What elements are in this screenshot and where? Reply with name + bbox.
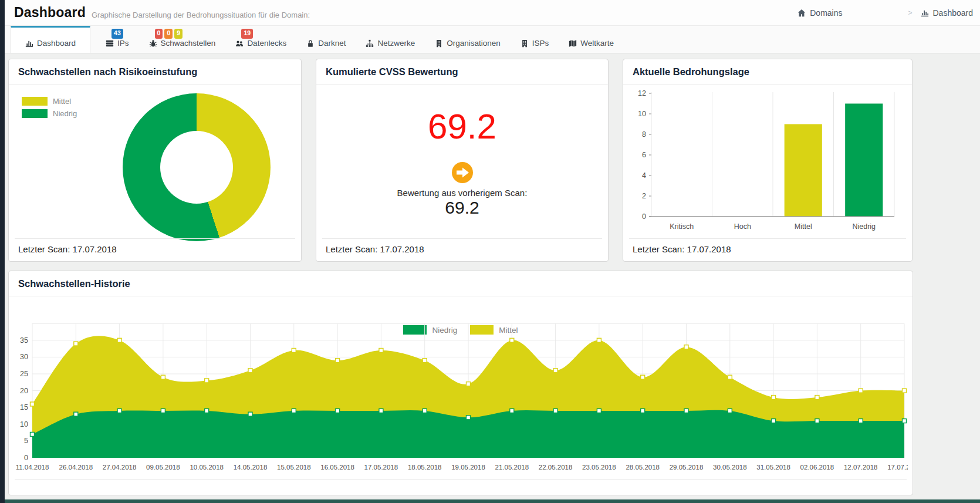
last-scan-text: Letzter Scan: 17.07.2018 <box>316 239 608 261</box>
page-title: Dashboard <box>14 5 86 21</box>
previous-scan-label: Bewertung aus vorherigem Scan: <box>397 188 528 198</box>
svg-text:0: 0 <box>642 212 646 221</box>
svg-text:02.06.2018: 02.06.2018 <box>800 464 834 471</box>
building-icon <box>521 39 529 48</box>
page-header: Dashboard Graphische Darstellung der Bed… <box>5 0 980 26</box>
tab-label: Netzwerke <box>377 39 415 48</box>
threat-bar-chart[interactable]: 024681012KritischHochMittelNiedrig <box>629 85 905 233</box>
svg-text:10.05.2018: 10.05.2018 <box>190 464 224 471</box>
tab-darknet[interactable]: Darknet <box>300 26 352 53</box>
tab-label: Darknet <box>318 39 346 48</box>
tab-label: ISPs <box>532 39 549 48</box>
breadcrumb: Domains > Dashboard <box>797 0 973 25</box>
svg-text:8: 8 <box>642 130 646 139</box>
svg-text:0: 0 <box>24 454 28 462</box>
tab-bar: Dashboard43IPs009Schwachstellen19Datenle… <box>5 26 980 53</box>
collapsed-sidebar[interactable] <box>0 0 5 503</box>
svg-text:20: 20 <box>20 387 28 395</box>
svg-text:26.04.2018: 26.04.2018 <box>59 464 93 471</box>
tab-badges: 19 <box>235 29 286 39</box>
card-history: Schwachstellen-Historie NiedrigMittel 05… <box>8 271 913 495</box>
lock-icon <box>306 39 315 48</box>
tab-netzwerke[interactable]: Netzwerke <box>360 26 421 53</box>
svg-text:27.04.2018: 27.04.2018 <box>103 464 137 471</box>
svg-text:15: 15 <box>20 403 28 411</box>
svg-text:17.05.2018: 17.05.2018 <box>364 464 398 471</box>
svg-text:Kritisch: Kritisch <box>670 222 694 231</box>
donut-hole <box>160 131 233 204</box>
card-risk-title: Schwachstellen nach Risikoeinstufung <box>9 59 301 85</box>
svg-text:30.05.2018: 30.05.2018 <box>713 464 747 471</box>
svg-text:23.05.2018: 23.05.2018 <box>582 464 616 471</box>
legend-label: Niedrig <box>53 109 77 118</box>
previous-scan-score: 69.2 <box>445 198 479 217</box>
tab-ips[interactable]: 43IPs <box>100 26 135 53</box>
svg-text:Hoch: Hoch <box>734 222 751 231</box>
tab-label: Schwachstellen <box>161 39 216 48</box>
svg-text:Mittel: Mittel <box>795 222 812 231</box>
svg-text:12: 12 <box>638 89 646 97</box>
history-area-chart[interactable]: 0510152025303511.04.201826.04.201827.04.… <box>15 312 908 477</box>
building-icon <box>435 39 443 48</box>
breadcrumb-dashboard[interactable]: Dashboard <box>921 8 974 18</box>
svg-text:14.05.2018: 14.05.2018 <box>234 464 268 471</box>
count-badge: 0 <box>164 29 173 39</box>
next-section-edge <box>5 499 980 503</box>
card-history-title: Schwachstellen-Historie <box>9 271 913 296</box>
svg-text:28.05.2018: 28.05.2018 <box>626 464 660 471</box>
count-badge: 9 <box>174 29 183 39</box>
breadcrumb-dashboard-label: Dashboard <box>933 8 974 18</box>
svg-text:19.05.2018: 19.05.2018 <box>451 464 485 471</box>
users-icon <box>235 39 244 48</box>
svg-text:31.05.2018: 31.05.2018 <box>756 464 790 471</box>
breadcrumb-domains-label: Domains <box>810 8 842 18</box>
bar-chart-icon <box>921 9 929 17</box>
card-threat-footer: Letzter Scan: 17.07.2018 <box>623 238 912 261</box>
bar-chart-icon <box>25 39 33 48</box>
card-threat-level: Aktuelle Bedrohungslage 024681012Kritisc… <box>623 59 913 262</box>
tab-datenlecks[interactable]: 19Datenlecks <box>229 26 292 53</box>
bug-icon <box>149 39 157 48</box>
tab-dashboard[interactable]: Dashboard <box>11 26 90 53</box>
svg-text:10: 10 <box>638 110 646 118</box>
svg-text:17.07.2018: 17.07.2018 <box>887 464 908 471</box>
tab-organisationen[interactable]: Organisationen <box>429 26 506 53</box>
svg-text:21.05.2018: 21.05.2018 <box>495 464 529 471</box>
tab-label: Datenlecks <box>247 39 286 48</box>
home-icon <box>797 9 806 17</box>
card-cvss: Kumulierte CVSS Bewertung 69.2 Bewertung… <box>316 59 609 262</box>
card-cvss-title: Kumulierte CVSS Bewertung <box>316 59 608 85</box>
breadcrumb-domains[interactable]: Domains <box>797 8 842 18</box>
legend-item-niedrig[interactable]: Niedrig <box>22 109 77 118</box>
svg-text:29.05.2018: 29.05.2018 <box>670 464 704 471</box>
svg-text:Niedrig: Niedrig <box>852 222 876 231</box>
page-subtitle: Graphische Darstellung der Bedrohungssit… <box>92 11 310 19</box>
svg-text:09.05.2018: 09.05.2018 <box>146 464 180 471</box>
count-badge: 19 <box>241 29 253 39</box>
svg-text:18.05.2018: 18.05.2018 <box>408 464 442 471</box>
svg-text:11.04.2018: 11.04.2018 <box>16 464 49 471</box>
legend-item-mittel[interactable]: Mittel <box>22 97 77 106</box>
tab-badges <box>435 29 501 39</box>
tab-isps[interactable]: ISPs <box>515 26 555 53</box>
svg-text:2: 2 <box>642 192 646 200</box>
svg-text:5: 5 <box>24 437 28 445</box>
last-scan-text: Letzter Scan: 17.07.2018 <box>9 239 301 261</box>
svg-text:15.05.2018: 15.05.2018 <box>277 464 311 471</box>
sitemap-icon <box>366 39 374 48</box>
cvss-body: 69.2 Bewertung aus vorherigem Scan: 69.2 <box>316 85 608 217</box>
tab-label: Weltkarte <box>580 39 614 48</box>
svg-text:22.05.2018: 22.05.2018 <box>539 464 573 471</box>
map-icon <box>569 39 577 48</box>
card-risk-footer: Letzter Scan: 17.07.2018 <box>9 238 301 261</box>
tab-badges <box>25 29 76 39</box>
risk-donut-chart[interactable] <box>123 93 271 241</box>
svg-text:16.05.2018: 16.05.2018 <box>320 464 354 471</box>
tab-weltkarte[interactable]: Weltkarte <box>563 26 620 53</box>
last-scan-text: Letzter Scan: 17.07.2018 <box>623 239 912 261</box>
legend-label: Mittel <box>53 97 71 106</box>
tab-schwachstellen[interactable]: 009Schwachstellen <box>143 26 222 53</box>
tab-label: Organisationen <box>447 39 501 48</box>
card-risk-rating: Schwachstellen nach Risikoeinstufung Mit… <box>8 59 302 262</box>
server-icon <box>106 39 114 48</box>
